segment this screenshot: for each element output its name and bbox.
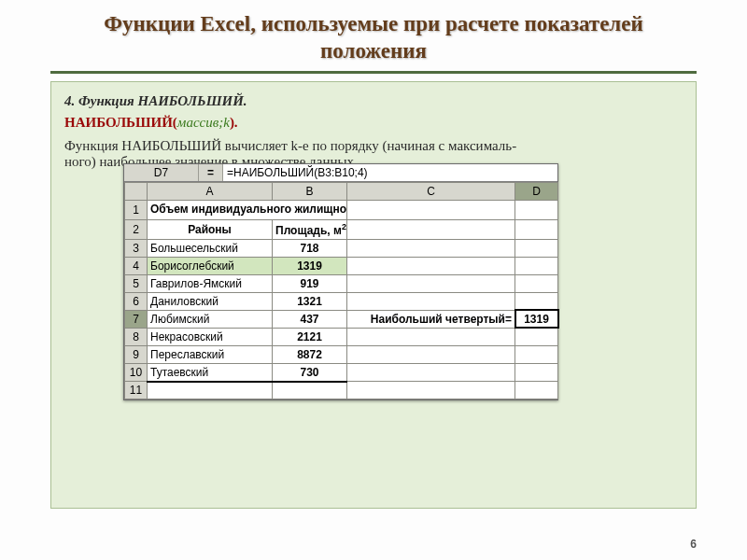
col-C[interactable]: C (347, 183, 515, 201)
cell-A[interactable]: Даниловский (148, 292, 273, 310)
cell-B[interactable]: 730 (273, 363, 347, 382)
cell-D[interactable] (515, 292, 558, 310)
cell-C[interactable] (347, 345, 515, 363)
table-row[interactable]: 9Переславский8872 (125, 345, 558, 363)
cell-A[interactable]: Любимский (148, 310, 273, 328)
col-B[interactable]: B (273, 183, 347, 201)
cell-B[interactable]: 1321 (273, 292, 347, 310)
cell-C[interactable] (347, 257, 515, 274)
table-row[interactable]: 5Гаврилов-Ямский919 (125, 274, 558, 292)
table-title-cell[interactable]: Объем индивидуального жилищного строител… (148, 201, 347, 220)
hdr-B[interactable]: Площадь, м2 (273, 219, 347, 239)
cell-D[interactable] (515, 274, 558, 292)
section-heading: 4. Функция НАИБОЛЬШИЙ. (64, 93, 683, 109)
page-number: 6 (690, 538, 697, 551)
hdr-A[interactable]: Районы (148, 219, 273, 239)
cell-B[interactable]: 919 (273, 274, 347, 292)
excel-screenshot: D7 = =НАИБОЛЬШИЙ(B3:B10;4) A B C D 1 Объ… (123, 163, 558, 400)
cell-D[interactable] (515, 257, 558, 274)
table-row[interactable]: 6Даниловский1321 (125, 292, 558, 310)
cell-B[interactable]: 437 (273, 310, 347, 328)
spreadsheet-grid[interactable]: A B C D 1 Объем индивидуального жилищног… (124, 182, 558, 399)
cell-C[interactable] (347, 274, 515, 292)
cell-B[interactable]: 1319 (273, 257, 347, 274)
cell-B[interactable]: 718 (273, 239, 347, 257)
col-A[interactable]: A (148, 183, 273, 201)
equals-label: = (199, 164, 223, 181)
slide-title: Функции Excel, используемые при расчете … (50, 11, 697, 65)
cell-C[interactable] (347, 363, 515, 382)
cell-D[interactable] (515, 328, 558, 345)
cell-D[interactable]: 1319 (515, 310, 558, 328)
name-box[interactable]: D7 (124, 164, 199, 181)
syntax-line: НАИБОЛЬШИЙ(массив;k). (64, 115, 683, 131)
cell-D[interactable] (515, 239, 558, 257)
cell-C[interactable] (347, 239, 515, 257)
cell-B[interactable]: 8872 (273, 345, 347, 363)
cell-A[interactable]: Тутаевский (148, 363, 273, 382)
cell-A[interactable]: Некрасовский (148, 328, 273, 345)
table-row[interactable]: 1 Объем индивидуального жилищного строит… (125, 201, 558, 220)
cell-A[interactable]: Гаврилов-Ямский (148, 274, 273, 292)
cell-A[interactable]: Борисоглебский (148, 257, 273, 274)
divider (50, 71, 697, 74)
cell-C[interactable] (347, 292, 515, 310)
table-row[interactable]: 8Некрасовский2121 (125, 328, 558, 345)
cell-D[interactable] (515, 363, 558, 382)
cell-C[interactable] (347, 328, 515, 345)
cell-A[interactable]: Переславский (148, 345, 273, 363)
table-row[interactable]: 3Большесельский718 (125, 239, 558, 257)
cell-B[interactable]: 2121 (273, 328, 347, 345)
table-row[interactable]: 10Тутаевский730 (125, 363, 558, 382)
table-row[interactable]: 2 Районы Площадь, м2 (125, 219, 558, 239)
table-row[interactable]: 4Борисоглебский1319 (125, 257, 558, 274)
formula-bar: D7 = =НАИБОЛЬШИЙ(B3:B10;4) (124, 164, 557, 182)
table-row[interactable]: 7Любимский437Наибольший четвертый=1319 (125, 310, 558, 328)
col-D[interactable]: D (515, 183, 558, 201)
formula-input[interactable]: =НАИБОЛЬШИЙ(B3:B10;4) (223, 164, 557, 181)
table-row[interactable]: 11 (125, 382, 558, 399)
cell-A[interactable]: Большесельский (148, 239, 273, 257)
cell-D[interactable] (515, 345, 558, 363)
column-headers[interactable]: A B C D (125, 183, 558, 201)
cell-C[interactable]: Наибольший четвертый= (347, 310, 515, 328)
